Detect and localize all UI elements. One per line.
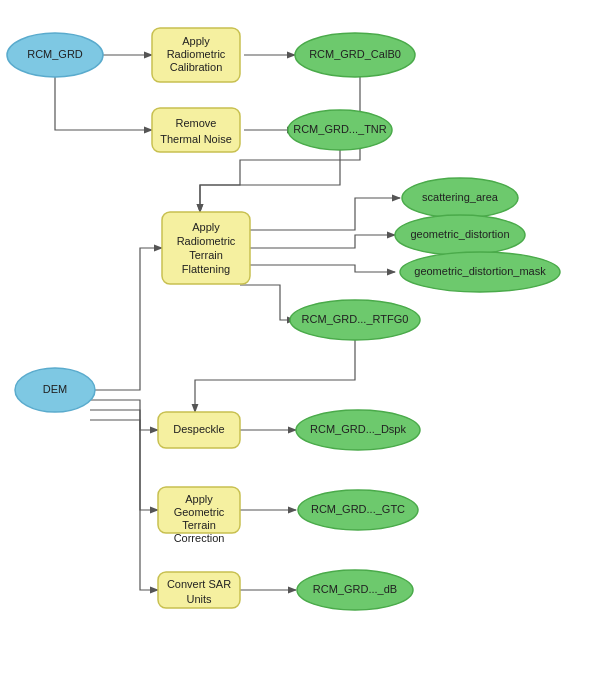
- node-rcm-dspk: RCM_GRD..._Dspk: [296, 410, 420, 450]
- node-geometric-distortion-mask: geometric_distortion_mask: [400, 252, 560, 292]
- node-rcm-rtfg0: RCM_GRD..._RTFG0: [290, 300, 420, 340]
- edge-applyrtf-to-geodistmask: [240, 265, 395, 272]
- label-apply-rad-cal-3: Calibration: [170, 61, 223, 73]
- label-geometric-distortion: geometric_distortion: [410, 228, 509, 240]
- node-rcm-tnr: RCM_GRD..._TNR: [288, 110, 392, 150]
- edge-dem-to-applygtc: [90, 410, 158, 510]
- edge-dem-to-applyrtf: [90, 248, 162, 390]
- label-apply-rtf-1: Apply: [192, 221, 220, 233]
- label-scattering-area: scattering_area: [422, 191, 499, 203]
- label-apply-rtf-3: Terrain: [189, 249, 223, 261]
- node-remove-thermal[interactable]: Remove Thermal Noise: [152, 108, 240, 152]
- label-apply-gtc-1: Apply: [185, 493, 213, 505]
- edge-rcmgrd-to-removethermal: [55, 73, 152, 130]
- node-rcm-grd: RCM_GRD: [7, 33, 103, 77]
- node-dem: DEM: [15, 368, 95, 412]
- edge-tnr-to-applyrtf: [200, 148, 340, 212]
- label-apply-rad-cal-2: Radiometric: [167, 48, 226, 60]
- label-geometric-distortion-mask: geometric_distortion_mask: [414, 265, 546, 277]
- label-dem: DEM: [43, 383, 67, 395]
- edge-applyrtf-to-rtfg0: [240, 285, 295, 320]
- label-remove-thermal-2: Thermal Noise: [160, 133, 232, 145]
- label-apply-rad-cal: Apply: [182, 35, 210, 47]
- label-rcm-db: RCM_GRD..._dB: [313, 583, 397, 595]
- svg-rect-3: [152, 108, 240, 152]
- node-despeckle[interactable]: Despeckle: [158, 412, 240, 448]
- edge-dem-to-despeckle: [90, 400, 158, 430]
- label-apply-gtc-3: Terrain: [182, 519, 216, 531]
- label-rcm-grd: RCM_GRD: [27, 48, 83, 60]
- node-geometric-distortion: geometric_distortion: [395, 215, 525, 255]
- label-remove-thermal-1: Remove: [176, 117, 217, 129]
- label-rcm-tnr: RCM_GRD..._TNR: [293, 123, 387, 135]
- node-apply-gtc[interactable]: Apply Geometric Terrain: [158, 487, 240, 533]
- label-despeckle: Despeckle: [173, 423, 224, 435]
- label-apply-rtf-4: Flattening: [182, 263, 230, 275]
- node-scattering-area: scattering_area: [402, 178, 518, 218]
- node-rcm-gtc: RCM_GRD..._GTC: [298, 490, 418, 530]
- node-convert-sar[interactable]: Convert SAR Units: [158, 572, 240, 608]
- edge-dem-to-convertsar: [90, 420, 158, 590]
- edge-rtfg0-to-despeckle: [195, 340, 355, 412]
- label-convert-sar-2: Units: [186, 593, 212, 605]
- label-apply-gtc-4: Correction: [174, 532, 225, 544]
- node-rcm-db: RCM_GRD..._dB: [297, 570, 413, 610]
- edge-applyrtf-to-geodist: [240, 235, 395, 248]
- label-apply-rtf-2: Radiometric: [177, 235, 236, 247]
- node-apply-rad-cal[interactable]: Apply Radiometric Calibration: [152, 28, 240, 82]
- label-rcm-calb0: RCM_GRD_CalB0: [309, 48, 401, 60]
- edge-applyrtf-to-scattering: [240, 198, 400, 230]
- label-rcm-rtfg0: RCM_GRD..._RTFG0: [302, 313, 409, 325]
- label-rcm-gtc: RCM_GRD..._GTC: [311, 503, 405, 515]
- label-convert-sar-1: Convert SAR: [167, 578, 231, 590]
- node-rcm-calb0: RCM_GRD_CalB0: [295, 33, 415, 77]
- label-rcm-dspk: RCM_GRD..._Dspk: [310, 423, 406, 435]
- label-apply-gtc-2: Geometric: [174, 506, 225, 518]
- node-apply-rtf[interactable]: Apply Radiometric Terrain Flattening: [162, 212, 250, 284]
